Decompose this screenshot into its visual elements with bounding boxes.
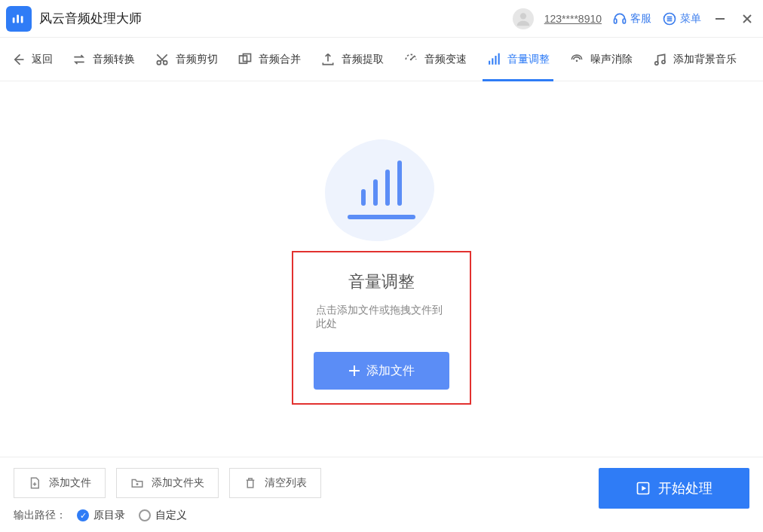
hero-illustration bbox=[317, 133, 446, 246]
arrow-left-icon bbox=[11, 52, 26, 67]
hero-bars-icon bbox=[361, 161, 402, 206]
tab-cut-label: 音频剪切 bbox=[176, 53, 218, 66]
play-box-icon bbox=[636, 481, 651, 496]
clear-list-label: 清空列表 bbox=[265, 476, 307, 490]
svg-point-3 bbox=[520, 13, 526, 19]
menu-circle-icon bbox=[662, 11, 677, 26]
add-file-hero-button[interactable]: 添加文件 bbox=[314, 352, 449, 390]
menu-label: 菜单 bbox=[680, 12, 701, 26]
svg-rect-1 bbox=[17, 14, 19, 23]
tab-cut[interactable]: 音频剪切 bbox=[145, 38, 228, 81]
output-path-label: 输出路径： bbox=[14, 509, 66, 522]
tab-merge[interactable]: 音频合并 bbox=[228, 38, 311, 81]
footer: 添加文件 添加文件夹 清空列表 输出路径： 原目录 自定义 开始处 bbox=[0, 457, 763, 532]
close-icon bbox=[742, 14, 752, 24]
svg-point-18 bbox=[410, 58, 412, 60]
start-process-label: 开始处理 bbox=[658, 479, 712, 497]
add-file-hero-label: 添加文件 bbox=[366, 363, 415, 379]
avatar[interactable] bbox=[513, 8, 534, 29]
denoise-icon bbox=[569, 52, 584, 67]
back-label: 返回 bbox=[32, 53, 53, 66]
extract-icon bbox=[320, 52, 336, 67]
radio-custom-dir[interactable]: 自定义 bbox=[139, 509, 187, 522]
user-id-link[interactable]: 123****8910 bbox=[544, 13, 602, 25]
tab-extract-label: 音频提取 bbox=[342, 53, 384, 66]
add-folder-label: 添加文件夹 bbox=[152, 476, 204, 490]
drop-panel[interactable]: 音量调整 点击添加文件或拖拽文件到此处 添加文件 bbox=[292, 251, 471, 405]
tab-convert[interactable]: 音频转换 bbox=[62, 38, 145, 81]
tab-speed[interactable]: 音频变速 bbox=[394, 38, 476, 81]
start-process-button[interactable]: 开始处理 bbox=[599, 468, 749, 509]
hero: 音量调整 点击添加文件或拖拽文件到此处 添加文件 bbox=[292, 133, 471, 405]
tab-volume[interactable]: 音量调整 bbox=[476, 38, 559, 81]
scissors-icon bbox=[155, 52, 170, 67]
volume-bars-icon bbox=[486, 52, 501, 67]
music-icon bbox=[652, 52, 667, 67]
radio-dot-icon bbox=[139, 509, 151, 521]
close-button[interactable] bbox=[739, 11, 755, 27]
merge-icon bbox=[237, 52, 253, 67]
app-title: 风云音频处理大师 bbox=[39, 10, 142, 27]
file-plus-icon bbox=[28, 476, 41, 490]
support-button[interactable]: 客服 bbox=[612, 11, 651, 26]
tab-speed-label: 音频变速 bbox=[424, 53, 467, 66]
logo-bars-icon bbox=[11, 11, 27, 27]
svg-rect-4 bbox=[614, 19, 617, 23]
add-file-button[interactable]: 添加文件 bbox=[14, 468, 106, 498]
radio-original-label: 原目录 bbox=[93, 509, 125, 522]
support-label: 客服 bbox=[630, 12, 651, 26]
radio-original-dir[interactable]: 原目录 bbox=[77, 509, 125, 522]
clear-list-button[interactable]: 清空列表 bbox=[229, 468, 321, 498]
folder-plus-icon bbox=[130, 476, 144, 490]
radio-custom-label: 自定义 bbox=[155, 509, 187, 522]
trash-icon bbox=[244, 476, 257, 490]
back-button[interactable]: 返回 bbox=[11, 38, 62, 81]
panel-subtitle: 点击添加文件或拖拽文件到此处 bbox=[316, 304, 447, 331]
menu-button[interactable]: 菜单 bbox=[662, 11, 701, 26]
tab-volume-label: 音量调整 bbox=[507, 53, 550, 66]
panel-title: 音量调整 bbox=[348, 271, 415, 293]
svg-point-24 bbox=[655, 61, 658, 64]
add-folder-button[interactable]: 添加文件夹 bbox=[116, 468, 219, 498]
convert-icon bbox=[72, 52, 87, 67]
main-area: 音量调整 点击添加文件或拖拽文件到此处 添加文件 bbox=[0, 81, 763, 457]
svg-rect-0 bbox=[13, 17, 15, 23]
plus-icon bbox=[348, 365, 360, 377]
minimize-icon bbox=[715, 14, 725, 24]
titlebar: 风云音频处理大师 123****8910 客服 菜单 bbox=[0, 0, 763, 38]
radio-dot-icon bbox=[77, 509, 89, 521]
tab-convert-label: 音频转换 bbox=[93, 53, 135, 66]
output-radio-group: 原目录 自定义 bbox=[77, 509, 187, 522]
svg-point-25 bbox=[662, 60, 665, 63]
toolbar: 返回 音频转换 音频剪切 音频合并 音频提取 音频变速 音量调整 噪声消除 添加… bbox=[0, 38, 763, 81]
svg-rect-2 bbox=[21, 16, 23, 23]
headset-icon bbox=[612, 11, 627, 26]
svg-rect-5 bbox=[623, 19, 625, 23]
add-file-label: 添加文件 bbox=[49, 476, 91, 490]
tab-bgm-label: 添加背景音乐 bbox=[673, 53, 737, 66]
tab-merge-label: 音频合并 bbox=[259, 53, 301, 66]
speed-icon bbox=[403, 52, 418, 67]
tab-bgm[interactable]: 添加背景音乐 bbox=[642, 38, 746, 81]
app-logo bbox=[6, 6, 32, 32]
minimize-button[interactable] bbox=[712, 11, 728, 27]
person-icon bbox=[515, 11, 532, 27]
tab-extract[interactable]: 音频提取 bbox=[311, 38, 394, 81]
svg-point-23 bbox=[576, 60, 578, 62]
tab-denoise-label: 噪声消除 bbox=[590, 53, 633, 66]
tab-denoise[interactable]: 噪声消除 bbox=[559, 38, 642, 81]
